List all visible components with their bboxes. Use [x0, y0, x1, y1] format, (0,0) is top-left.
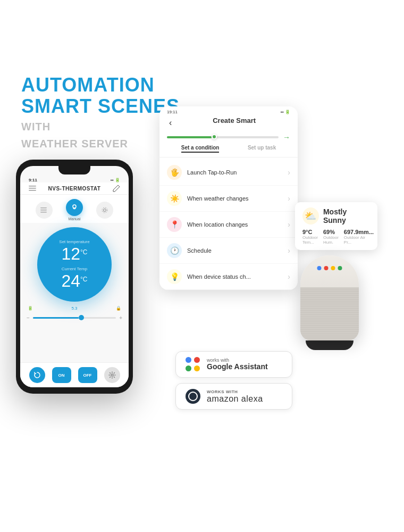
menu-item-schedule[interactable]: 🕐 Schedule › — [159, 238, 298, 264]
dot-green — [338, 266, 342, 270]
svg-rect-0 — [29, 186, 36, 187]
svg-rect-3 — [40, 207, 47, 209]
on-button[interactable]: ON — [52, 367, 71, 383]
header-sub2: WEATHER SERVER — [21, 137, 180, 151]
gear-button[interactable] — [104, 367, 120, 383]
weather-stat-temp: 9°C Outdoor Tem... — [302, 229, 318, 245]
dot-blue — [317, 266, 322, 270]
amazon-alexa-badge: WORKS WITH amazon alexa — [175, 383, 292, 410]
panel-divider — [159, 157, 298, 157]
phone-status-bar: 9:11 ▪▪ 🔋 — [20, 176, 129, 182]
google-badge-text: works with Google Assistant — [207, 358, 268, 371]
device-name: NVS-THERMOSTAT — [48, 186, 101, 192]
weather-icon: ☀️ — [167, 191, 182, 206]
list-control[interactable] — [36, 202, 53, 219]
alexa-ring — [188, 392, 198, 401]
header-title-line2: SMART SCENES — [21, 96, 180, 117]
phone-screen: 9:11 ▪▪ 🔋 NVS-THERMOSTAT — [20, 166, 129, 387]
plus-icon[interactable]: + — [119, 315, 122, 321]
alexa-works-with: WORKS WITH — [207, 389, 263, 394]
location-icon: 📍 — [167, 217, 182, 232]
panel-time: 19:11 — [167, 110, 178, 114]
location-label: When location changes — [187, 221, 288, 228]
dot-red — [324, 266, 329, 270]
slider-value: 5.3 — [71, 306, 77, 311]
schedule-icon: 🕐 — [167, 243, 182, 258]
outdoor-temp-label: Outdoor Tem... — [302, 235, 318, 245]
menu-item-tap-to-run[interactable]: 🖐️ Launch Tap-to-Run › — [159, 160, 298, 186]
phone-header: NVS-THERMOSTAT — [20, 182, 129, 195]
phone-bottom-bar: ON OFF — [20, 362, 129, 387]
weather-label: When weather changes — [187, 195, 288, 202]
mode-label: Manual — [69, 217, 81, 221]
edit-icon[interactable] — [113, 185, 120, 192]
set-temp-label: Set temperature — [59, 239, 89, 244]
speaker-dots — [317, 266, 342, 270]
outdoor-pressure-label: Outdoor Air Pr... — [344, 235, 374, 245]
weather-condition-title: Mostly Sunny — [323, 207, 370, 225]
weather-card: ⛅ Mostly Sunny 9°C Outdoor Tem... 69% Ou… — [295, 202, 377, 250]
weather-condition-icon: ⛅ — [302, 207, 319, 225]
outdoor-temp-value: 9°C — [302, 229, 318, 235]
dot-yellow — [331, 266, 335, 270]
google-assistant-name: Google Assistant — [207, 363, 268, 371]
menu-item-location[interactable]: 📍 When location changes › — [159, 212, 298, 238]
menu-item-device-status[interactable]: 💡 When device status ch... › — [159, 264, 298, 290]
weather-arrow: › — [288, 194, 290, 203]
device-status-icon: 💡 — [167, 269, 182, 284]
location-arrow: › — [288, 220, 290, 229]
current-temp-label: Current Temp — [62, 267, 87, 271]
schedule-label: Schedule — [187, 247, 288, 254]
header-title-line1: AUTOMATION — [21, 74, 180, 96]
svg-rect-1 — [29, 188, 36, 189]
g-dot-yellow — [194, 365, 200, 371]
settings-icon — [101, 206, 108, 214]
temperature-slider[interactable] — [33, 317, 116, 319]
device-status-label: When device status ch... — [187, 273, 288, 280]
current-temp-value: 24 — [61, 272, 80, 289]
speaker-base — [306, 340, 354, 350]
schedule-arrow: › — [288, 246, 290, 255]
g-dot-blue — [186, 357, 191, 363]
weather-header: ⛅ Mostly Sunny — [302, 207, 370, 225]
header-sub1: WITH — [21, 120, 180, 134]
slider-row: − + — [20, 312, 129, 324]
weather-stat-humidity: 69% Outdoor Hum. — [323, 229, 339, 245]
off-button[interactable]: OFF — [78, 367, 97, 383]
tap-to-run-icon: 🖐️ — [167, 165, 182, 180]
svg-rect-4 — [40, 210, 47, 211]
progress-bar-container: → — [159, 131, 298, 142]
smart-panel-status-bar: 19:11 ▪▪ 🔋 — [159, 106, 298, 115]
phone-signal-icons: ▪▪ 🔋 — [111, 178, 120, 182]
svg-rect-2 — [29, 190, 36, 191]
g-dot-green — [186, 365, 191, 371]
panel-signal: ▪▪ 🔋 — [281, 110, 290, 114]
alexa-name: amazon alexa — [207, 394, 263, 404]
outdoor-hum-label: Outdoor Hum. — [323, 235, 339, 245]
settings-control[interactable] — [96, 202, 113, 219]
tab-condition[interactable]: Set a condition — [181, 145, 220, 153]
refresh-button[interactable] — [29, 367, 45, 383]
menu-item-weather[interactable]: ☀️ When weather changes › — [159, 186, 298, 212]
refresh-icon — [33, 371, 41, 379]
weather-stat-pressure: 697.9mm... Outdoor Air Pr... — [344, 229, 374, 245]
svg-point-9 — [111, 374, 113, 376]
minus-icon[interactable]: − — [27, 315, 30, 321]
back-arrow[interactable]: ‹ — [165, 118, 176, 128]
outdoor-pressure-value: 697.9mm... — [344, 229, 374, 235]
off-label: OFF — [83, 373, 92, 378]
speaker-body — [300, 255, 359, 340]
phone-mockup: 9:11 ▪▪ 🔋 NVS-THERMOSTAT — [16, 160, 133, 394]
google-dots — [186, 357, 200, 372]
alexa-badge-text: WORKS WITH amazon alexa — [207, 389, 263, 404]
on-label: ON — [58, 373, 65, 378]
set-temp-value: 12 — [61, 245, 80, 262]
badge-container: works with Google Assistant WORKS WITH a… — [175, 351, 292, 410]
phone-bottom-icons: ON OFF — [20, 366, 129, 384]
list-icon — [40, 206, 48, 214]
touch-control[interactable] — [66, 199, 83, 216]
panel-title: Create Smart — [176, 117, 292, 129]
menu-icon[interactable] — [29, 185, 36, 192]
tab-task[interactable]: Set up task — [248, 145, 276, 153]
side-info: 🔋 5.3 🔒 — [20, 306, 129, 311]
